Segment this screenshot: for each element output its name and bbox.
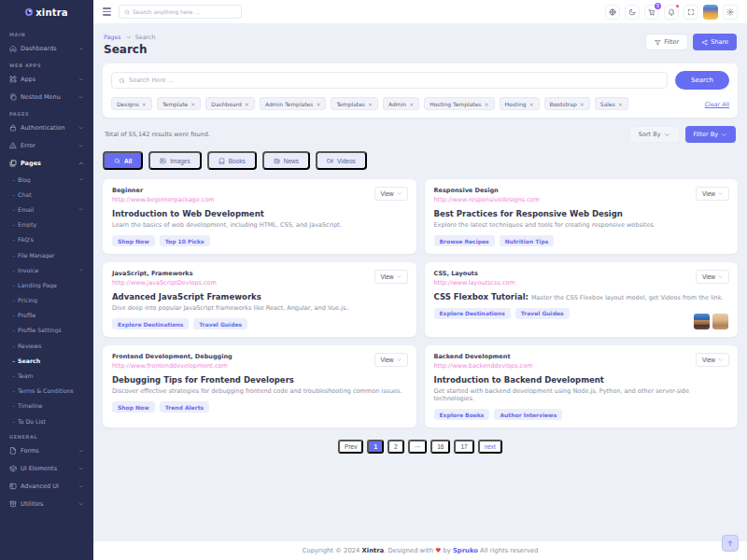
cart-button[interactable]: 5 xyxy=(644,5,659,20)
badge-author-interviews[interactable]: Author Interviews xyxy=(494,409,562,420)
sidebar-subitem-search[interactable]: –Search xyxy=(7,353,86,368)
sidebar-subitem-to-do-list[interactable]: –To Do List xyxy=(7,413,86,428)
sidebar-item-apps[interactable]: Apps xyxy=(7,70,86,88)
result-url[interactable]: http://www.javaScriptDevlops.com xyxy=(112,279,407,287)
result-url[interactable]: http://www.responsivedesigns.com xyxy=(434,196,729,203)
sidebar-item-forms[interactable]: Forms xyxy=(7,441,86,459)
sidebar-subitem-reviews[interactable]: –Reviews xyxy=(7,338,86,353)
badge-nutrition-tips[interactable]: Nutrition Tips xyxy=(500,235,555,246)
badge-explore-books[interactable]: Explore Books xyxy=(434,409,490,420)
search-button[interactable]: Search xyxy=(675,71,729,90)
share-button[interactable]: Share xyxy=(693,34,737,50)
tag-template[interactable]: Template× xyxy=(157,97,201,110)
view-dropdown[interactable]: View xyxy=(374,187,408,201)
footer-segment[interactable]: Spruko xyxy=(453,547,478,554)
language-button[interactable] xyxy=(605,5,620,20)
pagination-prev[interactable]: Prev xyxy=(338,440,363,454)
sidebar-item-advanced-ui[interactable]: Advanced UI xyxy=(7,477,86,495)
badge-top-10-picks[interactable]: Top 10 Picks xyxy=(160,235,210,246)
badge-explore-destinations[interactable]: Explore Destinations xyxy=(434,308,511,319)
badge-explore-destinations[interactable]: Explore Destinations xyxy=(112,318,189,329)
remove-tag-icon[interactable]: × xyxy=(529,101,534,107)
view-dropdown[interactable]: View xyxy=(374,353,408,367)
view-dropdown[interactable]: View xyxy=(696,187,729,201)
pagination-page-16[interactable]: 16 xyxy=(430,440,450,454)
tag-templates[interactable]: Templates× xyxy=(331,97,378,110)
badge-browse-recipes[interactable]: Browse Recipes xyxy=(434,235,495,246)
clear-all-link[interactable]: Clear All xyxy=(705,101,729,107)
tag-hosting[interactable]: Hosting× xyxy=(500,97,540,110)
result-url[interactable]: http://www.backenddevlops.com xyxy=(434,362,729,370)
remove-tag-icon[interactable]: × xyxy=(618,101,623,107)
thumbnail-image-1[interactable] xyxy=(694,314,710,329)
sort-by-dropdown[interactable]: Sort By xyxy=(629,126,680,143)
tab-news[interactable]: News xyxy=(262,151,310,170)
breadcrumb-parent[interactable]: Pages xyxy=(104,34,121,40)
remove-tag-icon[interactable]: × xyxy=(142,101,147,107)
tag-dashboard[interactable]: Dashboard× xyxy=(205,97,255,110)
remove-tag-icon[interactable]: × xyxy=(409,101,414,107)
filter-by-dropdown[interactable]: Filter By xyxy=(685,126,736,143)
sidebar-subitem-invoice[interactable]: –Invoice xyxy=(7,262,86,277)
sidebar-item-dashboards[interactable]: Dashboards xyxy=(7,39,86,57)
badge-travel-guides[interactable]: Travel Guides xyxy=(193,318,247,329)
tag-designs[interactable]: Designs× xyxy=(111,97,152,110)
result-url[interactable]: http://www.layoutscss.com xyxy=(434,279,729,287)
pagination-page-17[interactable]: 17 xyxy=(454,440,473,454)
result-url[interactable]: http://www.frontenddevelopment.com xyxy=(112,362,407,370)
remove-tag-icon[interactable]: × xyxy=(580,101,585,107)
brand-logo[interactable]: xintra xyxy=(0,0,93,24)
sidebar-subitem-file-manager[interactable]: –File Manager xyxy=(7,247,86,262)
remove-tag-icon[interactable]: × xyxy=(190,101,195,107)
topbar-search-input[interactable] xyxy=(133,8,236,15)
sidebar-subitem-faq-s[interactable]: –FAQ's xyxy=(7,232,86,247)
settings-button[interactable] xyxy=(723,5,738,20)
filter-button[interactable]: Filter xyxy=(645,34,688,50)
sidebar-item-pages[interactable]: Pages xyxy=(7,154,86,172)
sidebar-subitem-profile-settings[interactable]: –Profile Settings xyxy=(7,323,86,338)
sidebar-item-ui-elements[interactable]: UI Elements xyxy=(7,459,86,477)
view-dropdown[interactable]: View xyxy=(374,270,408,284)
sidebar-subitem-landing-page[interactable]: –Landing Page xyxy=(7,277,86,292)
remove-tag-icon[interactable]: × xyxy=(485,101,489,107)
tab-videos[interactable]: Videos xyxy=(316,151,367,170)
tag-bootstrap[interactable]: Bootstrap× xyxy=(544,97,590,110)
result-url[interactable]: http://www.beginnerpackage.com xyxy=(112,196,407,203)
moon-button[interactable] xyxy=(625,5,640,20)
results-search-input[interactable] xyxy=(129,77,660,84)
remove-tag-icon[interactable]: × xyxy=(316,101,320,107)
badge-travel-guides[interactable]: Travel Guides xyxy=(515,308,570,319)
pagination-page-2[interactable]: 2 xyxy=(388,440,404,454)
menu-toggle-icon[interactable] xyxy=(103,7,111,15)
sidebar-subitem-profile[interactable]: –Profile xyxy=(7,308,86,323)
remove-tag-icon[interactable]: × xyxy=(245,101,249,107)
view-dropdown[interactable]: View xyxy=(696,270,729,284)
sidebar-item-nested-menu[interactable]: Nested Menu xyxy=(7,88,86,105)
tag-sales[interactable]: Sales× xyxy=(595,97,628,110)
sidebar-subitem-timeline[interactable]: –Timeline xyxy=(7,399,86,413)
tag-admin-templates[interactable]: Admin Templates× xyxy=(260,97,327,110)
tab-books[interactable]: Books xyxy=(207,151,257,170)
pagination-ellipsis[interactable]: ⋯ xyxy=(408,440,428,454)
fullscreen-button[interactable] xyxy=(684,5,698,20)
pagination-next[interactable]: next xyxy=(478,440,502,454)
pagination-page-1[interactable]: 1 xyxy=(367,440,384,454)
tag-hosting-templates[interactable]: Hosting Templates× xyxy=(424,97,494,110)
badge-shop-now[interactable]: Shop Now xyxy=(112,401,155,413)
tab-images[interactable]: Images xyxy=(148,151,201,170)
sidebar-subitem-empty[interactable]: –Empty xyxy=(7,217,86,232)
user-avatar[interactable] xyxy=(703,5,718,20)
tag-admin[interactable]: Admin× xyxy=(383,97,419,110)
view-dropdown[interactable]: View xyxy=(696,353,729,367)
sidebar-subitem-chat[interactable]: –Chat xyxy=(7,187,86,202)
sidebar-subitem-blog[interactable]: –Blog xyxy=(7,172,86,187)
sidebar-item-error[interactable]: Error xyxy=(7,136,86,154)
bell-button[interactable] xyxy=(664,5,679,20)
sidebar-subitem-email[interactable]: –Email xyxy=(7,202,86,217)
sidebar-subitem-pricing[interactable]: –Pricing xyxy=(7,293,86,308)
badge-trend-alerts[interactable]: Trend Alerts xyxy=(160,401,209,413)
sidebar-subitem-team[interactable]: –Team xyxy=(7,368,86,383)
sidebar-item-utilities[interactable]: Utilities xyxy=(7,495,86,512)
thumbnail-image-2[interactable] xyxy=(712,314,728,329)
sidebar-item-authentication[interactable]: Authentication xyxy=(7,119,86,136)
